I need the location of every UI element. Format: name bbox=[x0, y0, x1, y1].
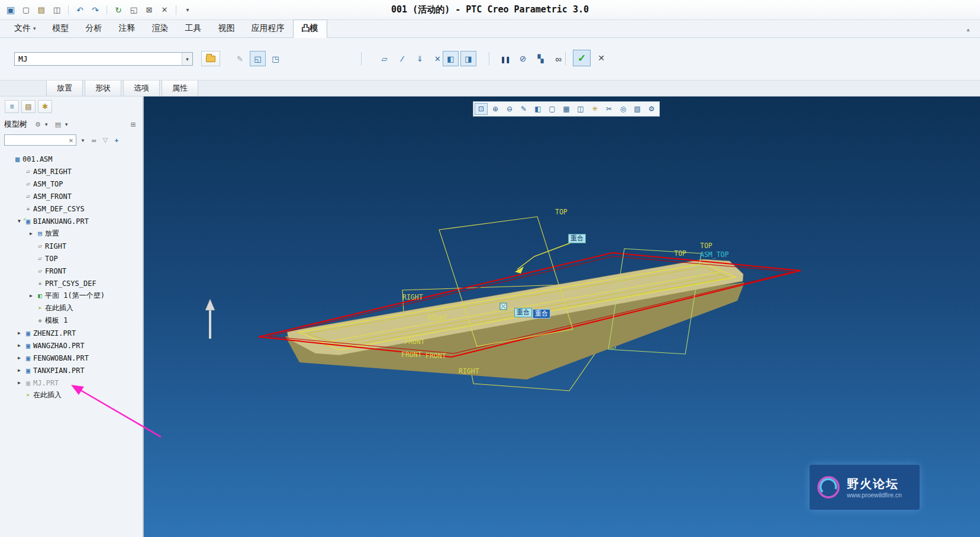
tab-options[interactable]: 选项 bbox=[123, 80, 160, 96]
ribbon-tab-applications[interactable]: 应用程序 bbox=[243, 20, 293, 37]
pause-button[interactable] bbox=[497, 51, 513, 66]
internal-edit-button[interactable] bbox=[232, 51, 248, 66]
preview-glasses-button[interactable] bbox=[550, 51, 566, 66]
tree-item[interactable]: ASM_DEF_CSYS bbox=[0, 202, 143, 215]
redo-button[interactable] bbox=[89, 4, 101, 16]
tree-item-mj-prt[interactable]: MJ.PRT bbox=[0, 377, 143, 389]
minimize-ribbon-button[interactable] bbox=[962, 24, 974, 34]
tree-item[interactable]: RIGHT bbox=[0, 240, 143, 252]
open-model-button[interactable] bbox=[201, 51, 220, 66]
search-options-caret[interactable] bbox=[78, 135, 88, 146]
tree-item[interactable]: WANGZHAO.PRT bbox=[0, 339, 143, 352]
constraint-badge-coincident[interactable]: 重合 bbox=[514, 308, 532, 317]
ribbon-tab-model[interactable]: 模型 bbox=[44, 20, 78, 37]
undo-button[interactable] bbox=[74, 4, 86, 16]
saved-orientations-button[interactable] bbox=[560, 103, 573, 115]
tree-item[interactable]: PRT_CSYS_DEF bbox=[0, 277, 143, 290]
reference-input[interactable] bbox=[15, 53, 182, 65]
filter-button[interactable] bbox=[101, 135, 110, 146]
tree-item[interactable]: 放置 bbox=[0, 227, 143, 240]
tree-item-insert-here[interactable]: 在此插入 bbox=[0, 389, 143, 401]
datum-label-top[interactable]: TOP bbox=[700, 242, 713, 250]
tree-filters-button[interactable] bbox=[33, 119, 43, 130]
tree-item[interactable]: ZHENZI.PRT bbox=[0, 327, 143, 339]
tab-placement[interactable]: 放置 bbox=[46, 80, 83, 96]
tree-item[interactable]: 模板 1 bbox=[0, 314, 143, 327]
spin-center-button[interactable] bbox=[617, 103, 630, 115]
datum-label-right[interactable]: RIGHT bbox=[427, 314, 448, 322]
combo-caret-button[interactable] bbox=[182, 53, 192, 65]
ribbon-tab-file[interactable]: 文件 ▾ bbox=[6, 20, 44, 37]
cancel-button[interactable] bbox=[592, 50, 610, 66]
datum-label-front[interactable]: FRONT bbox=[404, 337, 425, 346]
dragger-toggle-button[interactable] bbox=[443, 51, 459, 66]
tree-item[interactable]: BIANKUANG.PRT bbox=[0, 215, 143, 227]
tree-item[interactable]: 平面 1(第一个壁) bbox=[0, 290, 143, 302]
datum-label-asm-top[interactable]: ASM_TOP bbox=[700, 250, 728, 259]
customize-qat-button[interactable] bbox=[182, 4, 194, 16]
constraint-badge-coincident[interactable]: 重合 bbox=[568, 234, 586, 243]
ribbon-tab-view[interactable]: 视图 bbox=[210, 20, 243, 37]
find-button[interactable] bbox=[89, 135, 99, 146]
graphics-area[interactable]: TOP 重合 TOP TOP ASM_TOP RIGHT RIGHT 重合 重合… bbox=[144, 97, 980, 537]
datum-label-right[interactable]: RIGHT bbox=[402, 293, 423, 301]
tree-item[interactable]: FRONT bbox=[0, 265, 143, 277]
zoom-in-button[interactable] bbox=[489, 103, 502, 115]
search-input[interactable] bbox=[5, 135, 66, 145]
close-button[interactable] bbox=[159, 4, 170, 16]
datum-label-front[interactable]: FRONT bbox=[425, 352, 446, 360]
open-file-button[interactable] bbox=[36, 4, 47, 16]
view-settings-button[interactable] bbox=[645, 103, 658, 115]
tree-expander-icon[interactable] bbox=[15, 355, 23, 361]
window-cascade-button[interactable] bbox=[128, 4, 140, 16]
tree-item[interactable]: FENGWOBAN.PRT bbox=[0, 352, 143, 364]
auto-constrain-button[interactable] bbox=[412, 51, 428, 66]
clipping-button[interactable] bbox=[546, 103, 559, 115]
tree-expander-icon[interactable] bbox=[15, 343, 23, 348]
tree-item[interactable]: TANXPIAN.PRT bbox=[0, 364, 143, 377]
ribbon-tab-render[interactable]: 渲染 bbox=[144, 20, 177, 37]
tab-properties[interactable]: 属性 bbox=[162, 80, 198, 96]
annotation-display-button[interactable] bbox=[602, 103, 615, 115]
display-style-button[interactable] bbox=[531, 103, 544, 115]
ribbon-tab-annotate[interactable]: 注释 bbox=[111, 20, 144, 37]
tree-expander-icon[interactable] bbox=[15, 218, 23, 224]
no-preview-button[interactable] bbox=[515, 51, 531, 66]
zoom-box-button[interactable] bbox=[475, 103, 488, 115]
preview-window-button[interactable] bbox=[250, 51, 266, 66]
tree-expander-icon[interactable] bbox=[15, 330, 23, 336]
datum-label-top[interactable]: TOP bbox=[555, 208, 568, 216]
datum-label-right[interactable]: RIGHT bbox=[459, 367, 479, 375]
tree-item[interactable]: 001.ASM bbox=[0, 153, 143, 165]
expand-all-button[interactable] bbox=[128, 119, 138, 130]
save-button[interactable] bbox=[51, 4, 63, 16]
tree-expander-icon[interactable] bbox=[27, 293, 35, 298]
new-file-button[interactable] bbox=[20, 4, 32, 16]
clear-search-button[interactable] bbox=[66, 135, 76, 146]
tree-expander-icon[interactable] bbox=[27, 231, 35, 236]
tree-item[interactable]: ASM_RIGHT bbox=[0, 165, 143, 178]
view-manager-button[interactable] bbox=[574, 103, 587, 115]
perspective-button[interactable] bbox=[631, 103, 644, 115]
tree-expander-icon[interactable] bbox=[15, 380, 23, 385]
ribbon-tab-tools[interactable]: 工具 bbox=[177, 20, 210, 37]
close-window-button[interactable] bbox=[143, 4, 155, 16]
repaint-button[interactable] bbox=[517, 103, 530, 115]
tab-shape[interactable]: 形状 bbox=[85, 80, 121, 96]
datum-label-front[interactable]: FRONT bbox=[401, 351, 422, 359]
datum-plane-button[interactable] bbox=[376, 51, 392, 66]
ribbon-tab-mold-active[interactable]: 凸模 bbox=[293, 20, 327, 38]
verify-button[interactable] bbox=[533, 51, 549, 66]
datum-axis-button[interactable] bbox=[394, 51, 410, 66]
zoom-out-button[interactable] bbox=[503, 103, 516, 115]
tree-search-box[interactable] bbox=[4, 134, 76, 146]
separate-window-button[interactable] bbox=[267, 51, 283, 66]
tree-item[interactable]: ASM_FRONT bbox=[0, 190, 143, 202]
tree-item-insert-here[interactable]: 在此插入 bbox=[0, 302, 143, 314]
caret-down-icon[interactable] bbox=[65, 121, 71, 127]
reference-combobox[interactable] bbox=[14, 52, 193, 66]
caret-down-icon[interactable] bbox=[45, 121, 51, 127]
plane-toggle-button[interactable] bbox=[460, 51, 476, 66]
favorites-button[interactable] bbox=[38, 100, 52, 113]
folder-browser-button[interactable] bbox=[21, 100, 36, 113]
